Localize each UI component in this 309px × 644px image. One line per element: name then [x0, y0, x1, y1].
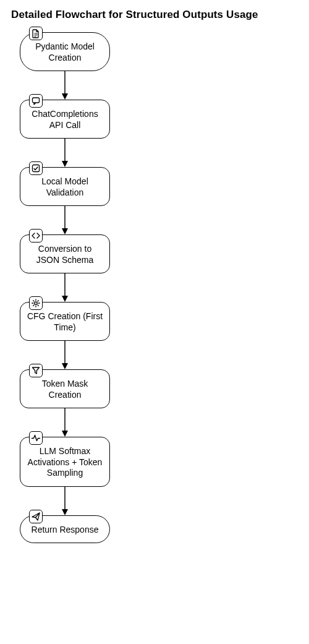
flow-node: ChatCompletions API Call: [20, 100, 110, 139]
flow-node-label: Conversion to JSON Schema: [27, 244, 103, 265]
flow-node: LLM Softmax Activations + Token Sampling: [20, 437, 110, 487]
flow-node: CFG Creation (First Time): [20, 302, 110, 341]
flow-node-label: Local Model Validation: [27, 176, 103, 198]
flow-node-label: Return Response: [27, 525, 103, 536]
chat-icon: [29, 94, 43, 108]
flow-node-label: Pydantic Model Creation: [27, 41, 103, 63]
flow-node-label: LLM Softmax Activations + Token Sampling: [27, 446, 103, 479]
flowchart: Pydantic Model Creation ChatCompletions …: [20, 32, 112, 543]
flow-node: Local Model Validation: [20, 167, 110, 206]
flow-node: Token Mask Creation: [20, 369, 110, 408]
flow-node: Conversion to JSON Schema: [20, 234, 110, 273]
flow-node-label: ChatCompletions API Call: [27, 109, 103, 131]
gear-icon: [29, 296, 43, 310]
check-icon: [29, 161, 43, 175]
flow-node: Return Response: [20, 515, 110, 544]
flow-node-label: CFG Creation (First Time): [27, 311, 103, 333]
flow-node: Pydantic Model Creation: [20, 32, 110, 71]
page-title: Detailed Flowchart for Structured Output…: [11, 9, 298, 21]
filter-icon: [29, 364, 43, 377]
activity-icon: [29, 431, 43, 445]
file-icon: [29, 27, 43, 40]
code-icon: [29, 229, 43, 243]
flow-node-label: Token Mask Creation: [27, 379, 103, 400]
send-icon: [29, 510, 43, 523]
